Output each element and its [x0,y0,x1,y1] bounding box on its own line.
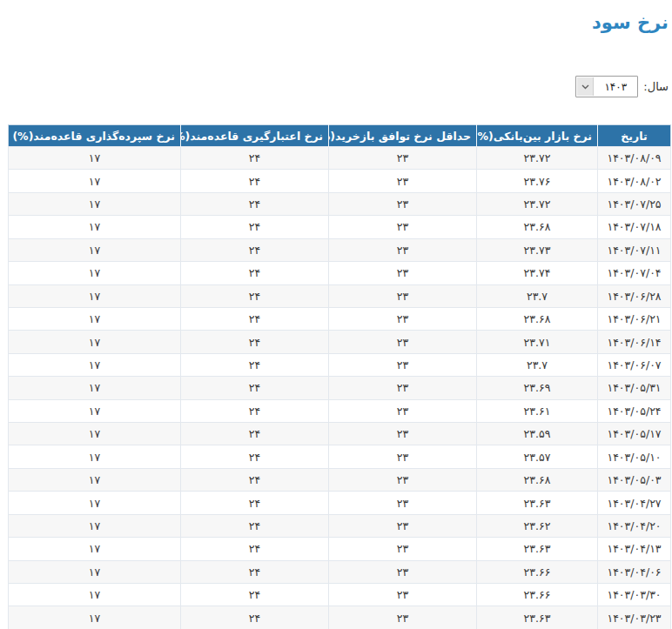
table-cell: ۱۴۰۳/۰۶/۰۷ [598,353,671,376]
table-cell: ۱۷ [9,147,181,170]
chevron-down-icon[interactable] [577,77,594,96]
table-cell: ۲۳ [329,468,477,491]
year-select[interactable]: ۱۴۰۳ [575,76,638,97]
column-header-regulated-credit-rate: نرخ اعتبارگیری قاعده‌مند(%) [181,125,329,147]
table-cell: ۱۴۰۳/۰۴/۲۷ [598,492,671,514]
table-cell: ۱۴۰۳/۰۵/۰۳ [598,468,671,491]
table-cell: ۱۷ [9,606,181,629]
table-cell: ۲۳ [329,192,477,215]
table-cell: ۲۳.۶۸ [477,216,598,238]
table-cell: ۱۴۰۳/۰۶/۱۴ [598,331,671,353]
table-cell: ۲۴ [181,192,329,215]
table-cell: ۲۴ [181,170,329,192]
table-cell: ۲۳.۷۶ [477,170,598,192]
table-cell: ۲۳.۷ [477,284,598,307]
table-cell: ۱۷ [9,331,181,353]
table-cell: ۱۷ [9,584,181,606]
table-cell: ۱۴۰۳/۰۸/۰۹ [598,147,671,170]
table-cell: ۲۳ [329,216,477,238]
table-cell: ۲۴ [181,238,329,261]
table-cell: ۱۷ [9,307,181,330]
year-control: سال: ۱۴۰۳ [575,76,669,97]
year-select-value: ۱۴۰۳ [604,81,627,93]
table-row: ۱۴۰۳/۰۵/۲۴۲۳.۶۱۲۳۲۴۱۷ [9,399,671,422]
table-cell: ۲۳.۶۸ [477,307,598,330]
table-cell: ۱۷ [9,538,181,560]
table-cell: ۱۷ [9,492,181,514]
table-cell: ۲۴ [181,262,329,284]
table-row: ۱۴۰۳/۰۵/۳۱۲۳.۶۹۲۳۲۴۱۷ [9,377,671,399]
table-cell: ۲۳.۶۳ [477,606,598,629]
page-title: نرخ سود [592,10,669,35]
table-row: ۱۴۰۳/۰۶/۰۷۲۳.۷۲۳۲۴۱۷ [9,353,671,376]
table-row: ۱۴۰۳/۰۳/۳۰۲۳.۶۶۲۳۲۴۱۷ [9,584,671,606]
table-cell: ۲۳.۷۲ [477,192,598,215]
table-cell: ۲۴ [181,560,329,583]
table-cell: ۲۳ [329,147,477,170]
table-cell: ۲۳.۷۴ [477,262,598,284]
table-cell: ۲۳ [329,538,477,560]
table-cell: ۲۳ [329,399,477,422]
rates-table: تاریخ نرخ بازار بین‌بانکی(%) حداقل نرخ ت… [9,124,671,629]
table-cell: ۲۳.۶۹ [477,377,598,399]
table-cell: ۱۴۰۳/۰۶/۲۸ [598,284,671,307]
table-row: ۱۴۰۳/۰۴/۲۷۲۳.۶۳۲۳۲۴۱۷ [9,492,671,514]
table-cell: ۲۳ [329,262,477,284]
table-cell: ۱۷ [9,284,181,307]
table-cell: ۲۳ [329,606,477,629]
table-cell: ۱۷ [9,170,181,192]
table-cell: ۲۳.۶۸ [477,468,598,491]
table-cell: ۲۴ [181,538,329,560]
table-cell: ۲۳.۵۹ [477,423,598,445]
table-cell: ۱۴۰۳/۰۳/۳۰ [598,584,671,606]
table-row: ۱۴۰۳/۰۷/۱۱۲۳.۷۳۲۳۲۴۱۷ [9,238,671,261]
table-cell: ۲۴ [181,492,329,514]
table-row: ۱۴۰۳/۰۷/۱۸۲۳.۶۸۲۳۲۴۱۷ [9,216,671,238]
table-cell: ۲۳ [329,170,477,192]
column-header-min-repo-rate: حداقل نرخ توافق بازخرید(%) [329,125,477,147]
table-cell: ۱۷ [9,514,181,537]
table-cell: ۲۳ [329,331,477,353]
column-header-regulated-deposit-rate: نرخ سپرده‌گذاری قاعده‌مند(%) [9,125,181,147]
table-cell: ۱۷ [9,353,181,376]
table-cell: ۲۳ [329,492,477,514]
table-row: ۱۴۰۳/۰۶/۲۸۲۳.۷۲۳۲۴۱۷ [9,284,671,307]
table-cell: ۲۳.۷۲ [477,147,598,170]
table-row: ۱۴۰۳/۰۵/۱۷۲۳.۵۹۲۳۲۴۱۷ [9,423,671,445]
table-cell: ۲۳.۶۶ [477,584,598,606]
table-cell: ۲۴ [181,377,329,399]
table-row: ۱۴۰۳/۰۶/۱۴۲۳.۷۱۲۳۲۴۱۷ [9,331,671,353]
table-row: ۱۴۰۳/۰۵/۱۰۲۳.۵۷۲۳۲۴۱۷ [9,445,671,468]
table-row: ۱۴۰۳/۰۷/۲۵۲۳.۷۲۲۳۲۴۱۷ [9,192,671,215]
table-cell: ۱۴۰۳/۰۷/۲۵ [598,192,671,215]
table-row: ۱۴۰۳/۰۴/۱۳۲۳.۶۳۲۳۲۴۱۷ [9,538,671,560]
table-cell: ۱۷ [9,262,181,284]
table-cell: ۲۳ [329,307,477,330]
column-header-date: تاریخ [598,125,671,147]
table-cell: ۲۴ [181,584,329,606]
table-cell: ۲۳.۶۶ [477,560,598,583]
table-cell: ۲۴ [181,468,329,491]
table-cell: ۲۳.۷ [477,353,598,376]
table-cell: ۲۳ [329,514,477,537]
table-cell: ۱۴۰۳/۰۷/۰۴ [598,262,671,284]
table-cell: ۱۴۰۳/۰۴/۰۶ [598,560,671,583]
table-cell: ۱۷ [9,377,181,399]
table-cell: ۱۴۰۳/۰۵/۲۴ [598,399,671,422]
table-cell: ۲۴ [181,284,329,307]
table-cell: ۱۴۰۳/۰۵/۳۱ [598,377,671,399]
year-label: سال: [643,80,669,93]
table-cell: ۱۴۰۳/۰۷/۱۸ [598,216,671,238]
table-cell: ۱۴۰۳/۰۷/۱۱ [598,238,671,261]
table-cell: ۱۷ [9,560,181,583]
table-row: ۱۴۰۳/۰۷/۰۴۲۳.۷۴۲۳۲۴۱۷ [9,262,671,284]
table-cell: ۲۳ [329,353,477,376]
interest-rates-table: تاریخ نرخ بازار بین‌بانکی(%) حداقل نرخ ت… [8,124,671,629]
table-row: ۱۴۰۳/۰۸/۰۹۲۳.۷۲۲۳۲۴۱۷ [9,147,671,170]
table-cell: ۱۴۰۳/۰۶/۲۱ [598,307,671,330]
table-cell: ۱۷ [9,216,181,238]
table-cell: ۲۴ [181,514,329,537]
table-cell: ۲۴ [181,307,329,330]
table-cell: ۲۳ [329,284,477,307]
table-cell: ۲۴ [181,216,329,238]
